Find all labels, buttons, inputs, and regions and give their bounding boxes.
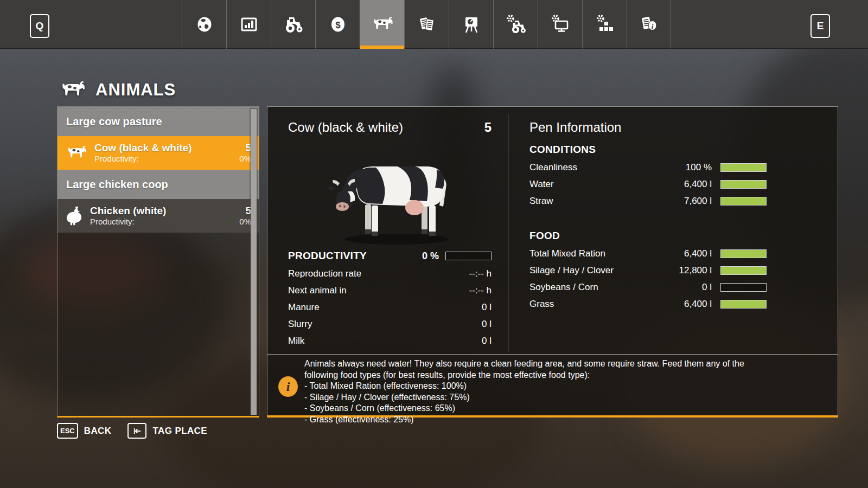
level-bar (720, 163, 767, 172)
productivity-heading: PRODUCTIVITY (288, 250, 422, 262)
group-header-cow-pasture: Large cow pasture (58, 107, 259, 136)
tab-production[interactable] (449, 0, 493, 49)
info-bullet: - Total Mixed Ration (effectiveness: 100… (304, 381, 755, 392)
tab-general-settings[interactable] (582, 0, 627, 49)
tab-animals[interactable] (360, 0, 404, 49)
stat-row-reproduction: Reproduction rate--:-- h (288, 265, 492, 282)
bar-chart-icon (239, 15, 259, 34)
top-toolbar: Q (0, 0, 868, 49)
animal-stat-label: Productivity: (90, 217, 239, 227)
animals-title-cow-icon (59, 81, 87, 99)
food-row-soybeans: Soybeans / Corn0 l (529, 279, 767, 296)
tab-statistics[interactable] (226, 0, 271, 49)
key-hint-q[interactable]: Q (30, 14, 49, 38)
conditions-heading: CONDITIONS (529, 142, 767, 159)
food-heading: FOOD (529, 228, 767, 245)
key-hint-e[interactable]: E (810, 14, 830, 38)
stat-row-next-animal: Next animal in--:-- h (288, 282, 492, 299)
sidebar-scrollbar (250, 108, 258, 416)
animals-sidebar: Large cow pasture .no-spots .spots{displ… (57, 106, 259, 418)
help-info-icon: i (639, 15, 659, 34)
stat-row-milk: Milk0 l (288, 332, 492, 349)
level-bar (720, 300, 767, 309)
info-bullet: - Grass (effectiveness: 25%) (304, 414, 755, 426)
scrollbar-thumb[interactable] (251, 109, 257, 415)
info-box: i Animals always need water! They also r… (267, 355, 838, 416)
productivity-value: 0 % (422, 251, 439, 262)
detail-count: 5 (288, 120, 492, 135)
group-header-chicken-coop: Large chicken coop (58, 170, 259, 199)
easel-chart-icon (462, 15, 481, 34)
footer-hints: ESC BACK TAG PLACE (57, 423, 207, 439)
documents-icon (417, 15, 437, 34)
tab-vehicle-maintenance[interactable] (493, 0, 538, 49)
food-row-silage: Silage / Hay / Clover12,800 l (529, 262, 767, 279)
monitor-gear-icon (550, 14, 571, 35)
animal-stat-label: Productivity: (94, 154, 239, 164)
info-text: Animals always need water! They also req… (304, 358, 755, 425)
tab-finances[interactable]: $ (315, 0, 360, 49)
list-item-chicken[interactable]: Chicken (white)5 Productivity:0% (58, 199, 259, 233)
pen-info-section: CONDITIONS Cleanliness100 % Water6,400 l… (529, 142, 767, 312)
level-bar (720, 197, 767, 206)
tab-help[interactable]: i (627, 0, 671, 49)
stat-row-slurry: Slurry0 l (288, 316, 492, 332)
tab-map[interactable] (182, 0, 226, 49)
pen-info-title: Pen Information (529, 120, 621, 135)
globe-icon (195, 15, 214, 34)
condition-row-water: Water6,400 l (529, 176, 767, 192)
cow-icon: .no-spots .spots{display:none} (65, 145, 88, 160)
cow-image (315, 146, 478, 249)
info-bullet: - Silage / Hay / Clover (effectiveness: … (304, 392, 755, 403)
productivity-bar (445, 252, 492, 260)
cow-icon (371, 16, 394, 33)
page-title: ANIMALS (59, 80, 176, 100)
gear-blocks-icon (595, 14, 615, 35)
toolbar-tabs: $ (182, 0, 671, 49)
condition-row-cleanliness: Cleanliness100 % (529, 159, 767, 176)
animal-name: Cow (black & white) (94, 142, 245, 154)
info-intro: Animals always need water! They also req… (304, 358, 755, 381)
tab-arrow-icon (132, 426, 143, 436)
panel-vertical-divider (508, 114, 508, 352)
condition-row-straw: Straw7,600 l (529, 192, 767, 209)
page-title-text: ANIMALS (95, 80, 176, 100)
tab-contracts[interactable] (404, 0, 449, 49)
stat-row-manure: Manure0 l (288, 299, 492, 316)
level-bar (720, 283, 767, 292)
animal-name: Chicken (white) (90, 205, 245, 217)
tab-key-badge (127, 423, 146, 439)
info-bullet: - Soybeans / Corn (effectiveness: 65%) (304, 403, 755, 414)
chicken-icon (65, 206, 84, 226)
info-icon: i (278, 376, 298, 397)
level-bar (720, 180, 767, 189)
group-header-label: Large chicken coop (66, 178, 168, 191)
food-row-tmr: Total Mixed Ration6,400 l (529, 245, 767, 262)
level-bar (720, 249, 767, 258)
back-button[interactable]: ESC BACK (57, 423, 111, 439)
food-row-grass: Grass6,400 l (529, 296, 767, 312)
tractor-gear-icon (505, 14, 527, 35)
dollar-coin-icon: $ (328, 15, 348, 34)
animal-detail-panel: Cow (black & white) 5 PRODUCTIVITY 0 % (267, 106, 838, 418)
tag-place-label: TAG PLACE (152, 426, 207, 436)
tab-garage[interactable] (271, 0, 315, 49)
svg-text:$: $ (335, 20, 341, 30)
group-header-label: Large cow pasture (66, 115, 162, 128)
list-item-cow[interactable]: .no-spots .spots{display:none} Cow (blac… (58, 136, 259, 170)
tractor-icon (283, 15, 304, 34)
level-bar (720, 266, 767, 275)
productivity-section: PRODUCTIVITY 0 % Reproduction rate--:-- … (288, 247, 492, 349)
tag-place-button[interactable]: TAG PLACE (127, 423, 207, 439)
esc-key-badge: ESC (57, 423, 78, 439)
tab-game-settings[interactable] (538, 0, 582, 49)
back-label: BACK (84, 426, 112, 436)
svg-text:i: i (652, 22, 654, 30)
